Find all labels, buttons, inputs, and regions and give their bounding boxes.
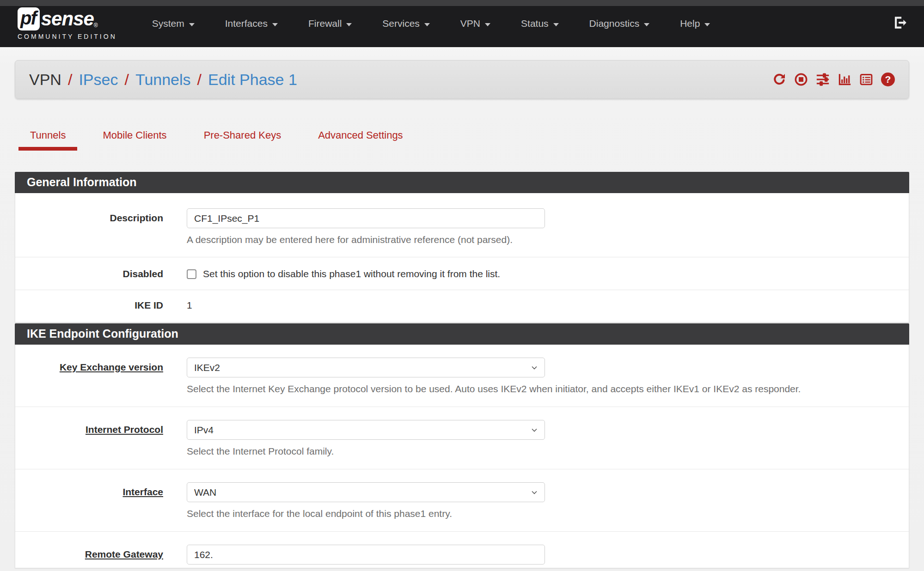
caret-down-icon	[485, 23, 490, 26]
chevron-down-icon	[530, 363, 539, 375]
stop-icon[interactable]	[794, 73, 808, 86]
breadcrumb-link-tunnels[interactable]: Tunnels	[135, 71, 191, 89]
internet-protocol-select[interactable]: IPv4	[187, 420, 545, 440]
disabled-row: Disabled Set this option to disable this…	[15, 257, 909, 290]
interface-select[interactable]: WAN	[187, 482, 545, 502]
main-menu: System Interfaces Firewall Services VPN …	[140, 12, 893, 36]
internet-protocol-selected-value: IPv4	[194, 425, 214, 436]
page-action-icons: ?	[772, 73, 895, 86]
section-general-information: General Information Description A descri…	[15, 172, 909, 322]
menu-firewall-label: Firewall	[308, 18, 342, 29]
community-edition-label: COMMUNITY EDITION	[18, 33, 117, 40]
refresh-icon[interactable]	[772, 73, 786, 86]
top-navbar: pf sense ® COMMUNITY EDITION System Inte…	[0, 0, 924, 47]
description-label: Description	[29, 208, 163, 245]
ike-id-row: IKE ID 1	[15, 290, 909, 322]
pfsense-logo[interactable]: pf sense ® COMMUNITY EDITION	[18, 7, 117, 40]
caret-down-icon	[424, 23, 430, 26]
caret-down-icon	[644, 23, 649, 26]
caret-down-icon	[704, 23, 710, 26]
menu-firewall[interactable]: Firewall	[296, 12, 364, 36]
disabled-checkbox[interactable]	[187, 269, 196, 279]
breadcrumb-link-edit-phase-1[interactable]: Edit Phase 1	[208, 71, 297, 89]
breadcrumb-separator: /	[68, 71, 72, 89]
menu-status[interactable]: Status	[509, 12, 571, 36]
remote-gateway-row: Remote Gateway Enter the public IP addre…	[15, 531, 909, 568]
menu-vpn[interactable]: VPN	[448, 12, 502, 36]
key-exchange-selected-value: IKEv2	[194, 362, 220, 373]
interface-label: Interface	[29, 482, 163, 519]
description-input[interactable]	[187, 208, 545, 228]
sign-out-icon	[893, 15, 908, 32]
ike-id-value: 1	[187, 300, 192, 310]
tab-bar: Tunnels Mobile Clients Pre-Shared Keys A…	[18, 126, 415, 151]
chevron-down-icon	[530, 425, 539, 437]
section-ike-endpoint-configuration: IKE Endpoint Configuration Key Exchange …	[15, 323, 909, 568]
disabled-label: Disabled	[29, 268, 163, 279]
registered-mark: ®	[94, 22, 98, 29]
section-title: IKE Endpoint Configuration	[15, 323, 909, 345]
caret-down-icon	[553, 23, 559, 26]
log-list-icon[interactable]	[859, 73, 873, 86]
key-exchange-row: Key Exchange version IKEv2 Select the In…	[15, 345, 909, 407]
menu-diagnostics-label: Diagnostics	[589, 18, 640, 29]
pfsense-page: pf sense ® COMMUNITY EDITION System Inte…	[0, 0, 924, 571]
breadcrumb-root: VPN	[29, 71, 61, 89]
remote-gateway-label: Remote Gateway	[29, 545, 163, 568]
menu-interfaces-label: Interfaces	[225, 18, 268, 29]
internet-protocol-row: Internet Protocol IPv4 Select the Intern…	[15, 407, 909, 469]
caret-down-icon	[346, 23, 352, 26]
disabled-checkbox-text: Set this option to disable this phase1 w…	[203, 268, 500, 279]
internet-protocol-help: Select the Internet Protocol family.	[187, 446, 895, 457]
logout-button[interactable]	[893, 15, 908, 32]
caret-down-icon	[189, 23, 195, 26]
sense-logo-text: sense	[41, 9, 94, 29]
pf-logo-box: pf	[18, 7, 40, 30]
ike-id-label: IKE ID	[29, 300, 163, 311]
breadcrumb-bar: VPN / IPsec / Tunnels / Edit Phase 1	[15, 60, 909, 99]
breadcrumb-separator: /	[124, 71, 129, 89]
tab-advanced-settings[interactable]: Advanced Settings	[306, 126, 414, 151]
tab-mobile-clients[interactable]: Mobile Clients	[91, 126, 178, 151]
interface-selected-value: WAN	[194, 487, 216, 498]
tab-pre-shared-keys[interactable]: Pre-Shared Keys	[192, 126, 293, 151]
key-exchange-help: Select the Internet Key Exchange protoco…	[187, 383, 895, 395]
internet-protocol-label: Internet Protocol	[29, 420, 163, 457]
menu-vpn-label: VPN	[460, 18, 480, 29]
interface-help: Select the interface for the local endpo…	[187, 508, 895, 519]
tab-tunnels[interactable]: Tunnels	[18, 126, 77, 151]
key-exchange-label: Key Exchange version	[29, 358, 163, 395]
caret-down-icon	[272, 23, 278, 26]
menu-services[interactable]: Services	[370, 12, 442, 36]
menu-help[interactable]: Help	[668, 12, 722, 36]
menu-status-label: Status	[521, 18, 549, 29]
remote-gateway-input[interactable]	[187, 545, 545, 565]
menu-interfaces[interactable]: Interfaces	[213, 12, 290, 36]
menu-system[interactable]: System	[140, 12, 207, 36]
breadcrumb-link-ipsec[interactable]: IPsec	[79, 71, 118, 89]
breadcrumb: VPN / IPsec / Tunnels / Edit Phase 1	[29, 71, 297, 89]
chevron-down-icon	[530, 488, 539, 499]
breadcrumb-separator: /	[197, 71, 202, 89]
key-exchange-select[interactable]: IKEv2	[187, 358, 545, 377]
menu-services-label: Services	[382, 18, 420, 29]
menu-system-label: System	[152, 18, 184, 29]
menu-diagnostics[interactable]: Diagnostics	[577, 12, 662, 36]
interface-row: Interface WAN Select the interface for t…	[15, 469, 909, 531]
description-row: Description A description may be entered…	[15, 193, 909, 257]
help-icon[interactable]: ?	[881, 73, 895, 86]
sliders-icon[interactable]	[816, 73, 830, 86]
section-title: General Information	[15, 172, 909, 193]
description-help: A description may be entered here for ad…	[187, 234, 895, 245]
menu-help-label: Help	[680, 18, 700, 29]
chart-icon[interactable]	[838, 73, 851, 86]
